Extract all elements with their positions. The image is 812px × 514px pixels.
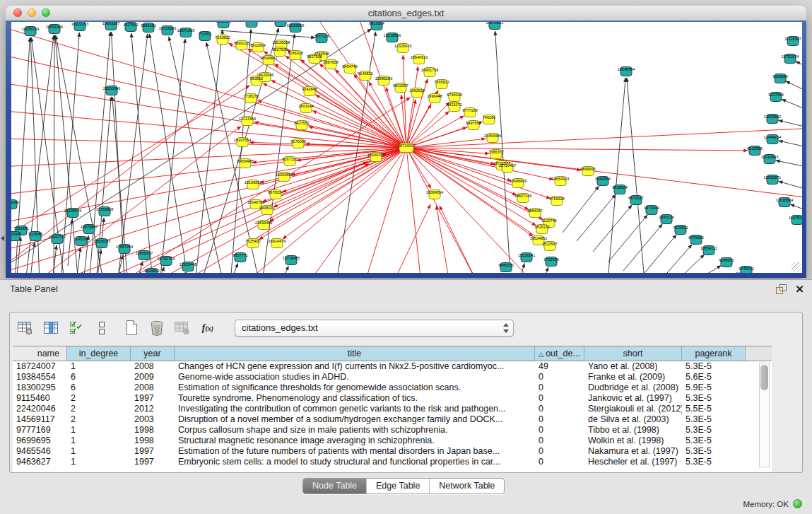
svg-text:19166852: 19166852 — [245, 180, 261, 185]
svg-text:13942737: 13942737 — [49, 235, 66, 239]
column-header-name[interactable]: name — [13, 346, 67, 361]
delete-table-icon[interactable] — [148, 320, 165, 336]
svg-text:2987608: 2987608 — [323, 60, 338, 64]
table-cell: 9465546 — [13, 446, 67, 457]
table-cell: 2 — [67, 393, 131, 404]
svg-text:6794028: 6794028 — [447, 93, 461, 97]
svg-text:3915931: 3915931 — [11, 232, 22, 236]
table-cell: Tibbo et al. (1998) — [584, 425, 682, 436]
table-row[interactable]: 911546021997Tourette syndrome. Phenomeno… — [13, 393, 772, 404]
svg-text:10975887: 10975887 — [81, 225, 98, 229]
table-cell: 6 — [67, 372, 131, 382]
svg-text:7632621: 7632621 — [673, 226, 688, 230]
tab-edge-table[interactable]: Edge Table — [366, 479, 429, 493]
minimize-window-button[interactable] — [28, 8, 36, 17]
svg-text:23226058: 23226058 — [273, 40, 290, 45]
table-cell: 2008 — [131, 382, 175, 393]
tab-node-table[interactable]: Node Table — [303, 479, 366, 493]
close-window-button[interactable] — [13, 8, 22, 17]
dropdown-stepper-icon — [502, 322, 509, 334]
table-row[interactable]: 1830029562008Estimation of significance … — [13, 382, 772, 393]
svg-text:8427552: 8427552 — [294, 121, 309, 125]
table-cell: Embryonic stem cells: a model to study s… — [175, 457, 535, 467]
collapse-panel-arrow-icon[interactable] — [1, 235, 4, 241]
svg-text:8860128: 8860128 — [234, 41, 249, 45]
network-graph[interactable]: 1872400771638228860128891295423226058982… — [11, 22, 802, 273]
svg-text:12213369: 12213369 — [239, 117, 256, 121]
table-cell: 5.3E-5 — [682, 436, 746, 446]
svg-text:15718485: 15718485 — [283, 256, 300, 260]
svg-text:7163822: 7163822 — [215, 35, 230, 40]
network-canvas[interactable]: 1872400771638228860128891295423226058982… — [11, 22, 802, 273]
row-height-icon[interactable] — [93, 320, 110, 336]
svg-text:7386372: 7386372 — [488, 150, 503, 154]
resize-grip-icon[interactable] — [792, 262, 801, 272]
table-cell: 2008 — [131, 361, 175, 372]
column-header-in_degree[interactable]: in_degree — [67, 346, 131, 361]
svg-text:10719185: 10719185 — [159, 26, 176, 30]
table-scrollbar[interactable] — [759, 363, 770, 467]
tab-network-table[interactable]: Network Table — [429, 479, 504, 493]
column-header-short[interactable]: short — [584, 346, 682, 361]
svg-text:16353554: 16353554 — [276, 173, 293, 177]
table-row[interactable]: 1456911722003Disruption of a novel membe… — [13, 414, 772, 425]
create-table-icon[interactable] — [123, 320, 140, 336]
column-header-title[interactable]: title — [175, 346, 535, 361]
svg-text:8912954: 8912954 — [250, 43, 265, 47]
show-columns-icon[interactable] — [42, 320, 59, 336]
svg-text:9242848: 9242848 — [302, 87, 317, 91]
table-cell: Changes of HCN gene expression and I(f) … — [175, 361, 535, 372]
table-row[interactable]: 2242004622012Investigating the contribut… — [13, 404, 772, 414]
select-columns-icon[interactable] — [68, 320, 85, 336]
import-table-icon[interactable] — [174, 320, 191, 336]
float-panel-icon[interactable] — [776, 284, 787, 294]
memory-status-label: Memory: OK — [743, 500, 789, 508]
table-cell: Stergiakouli et al. (2012) — [584, 404, 682, 414]
table-type-tabs: Node TableEdge TableNetwork Table — [302, 478, 505, 494]
svg-text:8454749: 8454749 — [342, 64, 357, 69]
table-settings-icon[interactable] — [17, 320, 34, 336]
svg-text:1527602: 1527602 — [123, 23, 138, 27]
table-row[interactable]: 946362711997Embryonic stem cells: a mode… — [13, 457, 772, 467]
table-cell: Estimation of significance thresholds fo… — [175, 382, 535, 393]
svg-text:9899695: 9899695 — [580, 167, 595, 171]
svg-text:9146821: 9146821 — [358, 71, 372, 76]
window-titlebar[interactable]: citations_edges.txt — [6, 6, 806, 21]
svg-text:2924502: 2924502 — [144, 269, 159, 273]
scrollbar-thumb[interactable] — [760, 365, 768, 390]
table-cell: 9777169 — [13, 425, 67, 436]
zoom-window-button[interactable] — [42, 8, 50, 17]
svg-text:16210643: 16210643 — [761, 155, 778, 159]
table-row[interactable]: 977716911998Corpus callosum shape and si… — [13, 425, 772, 436]
svg-text:17016504: 17016504 — [776, 198, 793, 202]
table-row[interactable]: 1872400712008Changes of HCN gene express… — [13, 361, 772, 372]
svg-text:8186328: 8186328 — [288, 51, 302, 55]
column-header-pagerank[interactable]: pagerank — [682, 346, 746, 361]
svg-text:12093832: 12093832 — [764, 115, 781, 119]
close-panel-icon[interactable]: × — [796, 281, 804, 298]
svg-text:6822057: 6822057 — [393, 83, 408, 88]
table-selector-value: citations_edges.txt — [242, 322, 318, 333]
function-builder-icon[interactable]: f(x) — [199, 320, 216, 336]
table-cell: Hescheler et al. (1997) — [584, 457, 682, 467]
svg-text:746266: 746266 — [483, 115, 495, 119]
table-row[interactable]: 946554611997Estimation of the future num… — [13, 446, 772, 457]
svg-text:14055724: 14055724 — [22, 27, 39, 31]
network-view-frame: 1872400771638228860128891295423226058982… — [6, 21, 806, 278]
table-cell: 2 — [67, 404, 131, 414]
table-cell: Franke et al. (2009) — [584, 372, 682, 382]
column-header-year[interactable]: year — [131, 346, 175, 361]
svg-text:1115686: 1115686 — [28, 232, 43, 236]
svg-text:1362615: 1362615 — [409, 88, 424, 93]
table-row[interactable]: 969969511998Structural magnetic resonanc… — [13, 436, 772, 446]
table-cell: 0 — [535, 382, 584, 393]
svg-text:10688609: 10688609 — [510, 179, 526, 183]
svg-text:16033809: 16033809 — [287, 23, 304, 28]
table-cell: 5.9E-5 — [682, 382, 746, 393]
svg-text:9940954: 9940954 — [595, 177, 610, 181]
column-header-out_de[interactable]: △out_de... — [535, 346, 584, 361]
svg-text:17957253: 17957253 — [116, 245, 133, 249]
svg-text:15136141: 15136141 — [518, 253, 535, 257]
table-selector-dropdown[interactable]: citations_edges.txt — [235, 320, 514, 337]
table-row[interactable]: 1938455462009Genome-wide association stu… — [13, 372, 772, 382]
